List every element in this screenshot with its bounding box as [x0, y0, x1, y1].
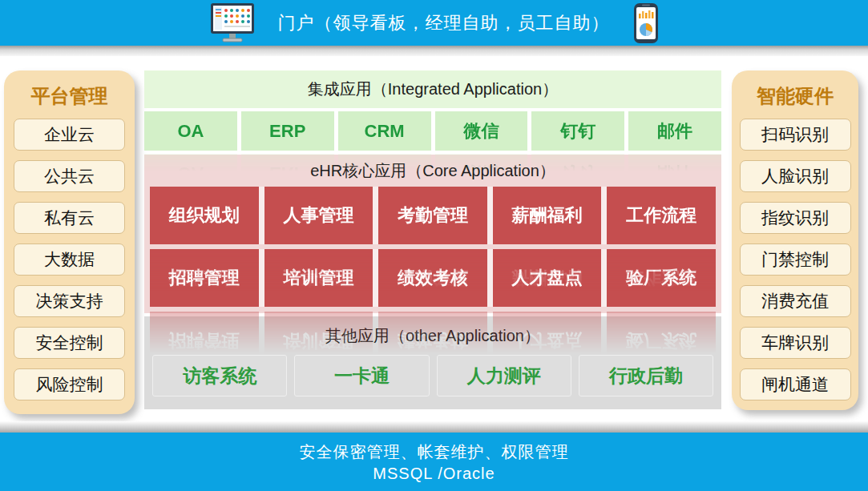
core-item-talent-review: 人才盘点 — [493, 249, 602, 307]
hardware-item-access-control: 门禁控制 — [740, 243, 851, 276]
hardware-item-face-recognition: 人脸识别 — [740, 160, 851, 192]
platform-item-big-data: 大数据 — [14, 243, 125, 276]
core-item-performance: 绩效考核 — [378, 249, 487, 307]
core-item-training: 培训管理 — [264, 249, 373, 307]
integrated-item-dingtalk: 钉钉 — [531, 111, 624, 151]
dashboard-phone-icon — [632, 2, 660, 44]
top-shadow-band — [0, 46, 868, 56]
other-item-hr-assessment: 人力测评 — [437, 355, 571, 396]
platform-item-private-cloud: 私有云 — [14, 202, 125, 234]
other-items-row: 访客系统 一卡通 人力测评 行政后勤 — [152, 355, 713, 396]
security-management-line: 安全保密管理、帐套维护、权限管理 — [300, 441, 569, 463]
integrated-application-section: 集成应用（Integrated Application） OA ERP CRM … — [144, 70, 721, 151]
platform-item-security-control: 安全控制 — [14, 327, 125, 359]
other-item-visitor-system: 访客系统 — [152, 355, 287, 396]
other-item-admin-logistics: 行政后勤 — [579, 355, 713, 396]
core-item-hr-management: 人事管理 — [264, 187, 373, 244]
hardware-panel-title: 智能硬件 — [732, 83, 858, 109]
platform-item-risk-control: 风险控制 — [14, 368, 125, 400]
other-application-section: 其他应用（other Application） 访客系统 一卡通 人力测评 行政… — [144, 316, 721, 409]
core-item-org-planning: 组织规划 — [150, 187, 259, 244]
platform-panel-title: 平台管理 — [4, 83, 135, 109]
core-application-section: eHR核心应用（Core Application） 组织规划 人事管理 考勤管理… — [144, 155, 721, 313]
core-item-attendance: 考勤管理 — [378, 187, 487, 244]
platform-management-panel: 平台管理 企业云 公共云 私有云 大数据 决策支持 安全控制 风险控制 — [4, 70, 135, 414]
core-row-1: 组织规划 人事管理 考勤管理 薪酬福利 工作流程 — [150, 187, 716, 244]
security-bottom-bar: 安全保密管理、帐套维护、权限管理 MSSQL /Oracle — [0, 433, 868, 491]
integrated-item-crm: CRM — [338, 111, 431, 151]
hardware-item-plate-recognition: 车牌识别 — [740, 327, 851, 359]
integrated-item-mail: 邮件 — [628, 111, 721, 151]
core-item-workflow: 工作流程 — [607, 187, 716, 244]
integrated-section-title: 集成应用（Integrated Application） — [144, 70, 721, 108]
bottom-shadow-band — [0, 421, 868, 433]
other-item-one-card: 一卡通 — [294, 355, 429, 396]
platform-item-enterprise-cloud: 企业云 — [14, 119, 125, 151]
core-item-payroll-benefits: 薪酬福利 — [493, 187, 602, 244]
portal-top-bar: 门户（领导看板，经理自助，员工自助） — [0, 0, 868, 46]
integrated-items-row: OA ERP CRM 微信 钉钉 邮件 — [144, 111, 721, 151]
database-line: MSSQL /Oracle — [373, 465, 495, 483]
core-section-title: eHR核心应用（Core Application） — [150, 155, 716, 187]
core-item-recruiting: 招聘管理 — [150, 249, 259, 307]
smart-hardware-panel: 智能硬件 扫码识别 人脸识别 指纹识别 门禁控制 消费充值 车牌识别 闸机通道 — [732, 70, 858, 410]
other-section-title: 其他应用（other Application） — [152, 316, 713, 355]
integrated-item-wechat: 微信 — [435, 111, 528, 151]
core-item-factory-audit: 验厂系统 — [607, 249, 716, 307]
core-row-2: 招聘管理 培训管理 绩效考核 人才盘点 验厂系统 — [150, 249, 716, 307]
hardware-item-gate-channel: 闸机通道 — [740, 368, 851, 400]
integrated-item-oa: OA — [144, 111, 237, 151]
platform-item-decision-support: 决策支持 — [14, 285, 125, 317]
hardware-item-payment-topup: 消费充值 — [740, 285, 851, 317]
application-stack: 集成应用（Integrated Application） OA ERP CRM … — [144, 70, 721, 409]
hardware-item-barcode-recognition: 扫码识别 — [740, 119, 851, 151]
platform-item-public-cloud: 公共云 — [14, 160, 125, 192]
integrated-item-erp: ERP — [241, 111, 334, 151]
hardware-item-fingerprint-recognition: 指纹识别 — [740, 202, 851, 234]
ehr-architecture-slide: 门户（领导看板，经理自助，员工自助） 平台管理 企业云 公共云 私有云 大数据 … — [0, 0, 868, 491]
portal-title: 门户（领导看板，经理自助，员工自助） — [278, 11, 610, 35]
dashboard-monitor-icon — [209, 2, 256, 44]
